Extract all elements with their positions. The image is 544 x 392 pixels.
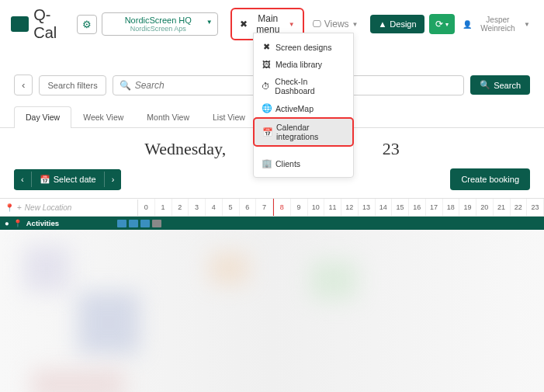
menu-item-checkin-dashboard[interactable]: ⏱ Check-In Dashboard [254,73,353,99]
hour-14: 14 [376,199,393,216]
hour-10: 10 [308,199,325,216]
search-icon: 🔍 [120,80,131,91]
hour-2: 2 [172,199,189,216]
user-name: Jesper Weinreich [475,16,521,33]
monitor-icon: 🖵 [312,19,321,29]
view-icon-3[interactable] [140,220,150,227]
refresh-button[interactable]: ⟳ ▾ [429,14,455,34]
activities-bar[interactable]: ● 📍 Activities [0,217,544,230]
tab-month-view[interactable]: Month View [135,106,201,127]
image-icon: 🖼 [262,60,271,69]
hour-3: 3 [189,199,206,216]
main-menu-dropdown: ✖ Screen designs 🖼 Media library ⏱ Check… [253,33,354,178]
select-date-button[interactable]: 📅 Select date [32,169,104,190]
view-icon-1[interactable] [117,220,126,227]
user-icon: 👤 [463,20,472,29]
hour-7: 7 [256,199,273,216]
sliders-icon: ⚙ [82,19,92,30]
chevron-down-icon: ▼ [289,21,295,28]
hour-11: 11 [324,199,341,216]
refresh-icon: ⟳ [435,19,443,29]
brand-name: Q-Cal [33,6,67,42]
chevron-down-icon: ▼ [524,21,530,28]
tab-day-view[interactable]: Day View [14,106,71,128]
hour-16: 16 [409,199,426,216]
dot-icon: ● [5,219,9,227]
tab-week-view[interactable]: Week View [71,106,135,127]
menu-item-calendar-integrations[interactable]: 📅 Calendar integrations [253,117,354,147]
hour-23: 23 [527,199,544,216]
tab-list-view[interactable]: List View [201,106,257,127]
create-booking-button[interactable]: Create booking [450,168,530,190]
timeline-content-blurred [0,230,544,392]
menu-item-screen-designs[interactable]: ✖ Screen designs [254,38,353,56]
hour-0: 0 [138,199,155,216]
activities-label: Activities [26,219,59,227]
brand-logo [11,16,29,32]
palette-icon: ▲ [378,19,386,29]
hour-17: 17 [426,199,443,216]
hour-12: 12 [341,199,359,216]
new-location-cell[interactable]: 📍 + New Location [0,199,138,216]
hour-20: 20 [476,199,494,216]
tools-icon: ✖ [240,19,248,29]
date-navigator: ‹ 📅 Select date › [14,169,121,190]
location-name: NordicScreen HQ [113,16,203,25]
design-label: Design [390,19,416,29]
pin-icon: 📍 [13,219,23,227]
hour-18: 18 [443,199,460,216]
timeline-header: 📍 + New Location 01234567891011121314151… [0,198,544,217]
menu-item-clients[interactable]: 🏢 Clients [254,154,353,172]
building-icon: 🏢 [262,158,271,168]
hour-21: 21 [494,199,511,216]
settings-button[interactable]: ⚙ [77,15,97,34]
hour-6: 6 [240,199,257,216]
chevron-left-icon: ‹ [22,79,25,91]
hour-13: 13 [359,199,376,216]
hour-4: 4 [206,199,223,216]
hour-15: 15 [392,199,409,216]
menu-item-activemap[interactable]: 🌐 ActiveMap [254,99,353,117]
pin-icon: 📍 [5,203,14,212]
hours-row: 01234567891011121314151617181920212223 [138,199,544,216]
hour-8: 8 [273,199,291,216]
hour-5: 5 [223,199,240,216]
search-button[interactable]: 🔍 Search [470,75,530,95]
calendar-icon: 📅 [40,175,50,185]
location-org: NordicScreen Aps [113,25,203,33]
view-icon-4[interactable] [152,220,161,227]
location-selector[interactable]: NordicScreen HQ NordicScreen Aps ▼ [102,12,218,36]
view-toggle-icons [117,220,161,227]
hour-9: 9 [291,199,308,216]
design-button[interactable]: ▲ Design [370,15,424,33]
views-button[interactable]: 🖵 Views ▼ [309,15,362,33]
hour-22: 22 [511,199,528,216]
hour-19: 19 [459,199,476,216]
menu-item-media-library[interactable]: 🖼 Media library [254,56,353,73]
back-button[interactable]: ‹ [14,75,33,95]
next-date-button[interactable]: › [105,169,122,189]
chevron-right-icon: › [112,175,115,184]
chevron-down-icon: ▾ [445,21,449,28]
globe-icon: 🌐 [262,103,271,113]
prev-date-button[interactable]: ‹ [14,169,31,189]
search-icon: 🔍 [480,80,490,90]
chevron-left-icon: ‹ [21,175,24,184]
plus-icon: + [17,203,22,212]
main-menu-label: Main menu [251,13,286,35]
search-filters-button[interactable]: Search filters [39,75,106,95]
calendar-icon: 📅 [262,127,272,137]
views-label: Views [324,19,349,29]
hour-1: 1 [155,199,172,216]
user-menu-button[interactable]: 👤 Jesper Weinreich ▼ [459,12,533,36]
dashboard-icon: ⏱ [262,82,270,91]
view-icon-2[interactable] [129,220,138,227]
chevron-down-icon: ▼ [352,21,359,28]
wrench-icon: ✖ [262,42,271,52]
chevron-down-icon: ▼ [206,19,213,26]
